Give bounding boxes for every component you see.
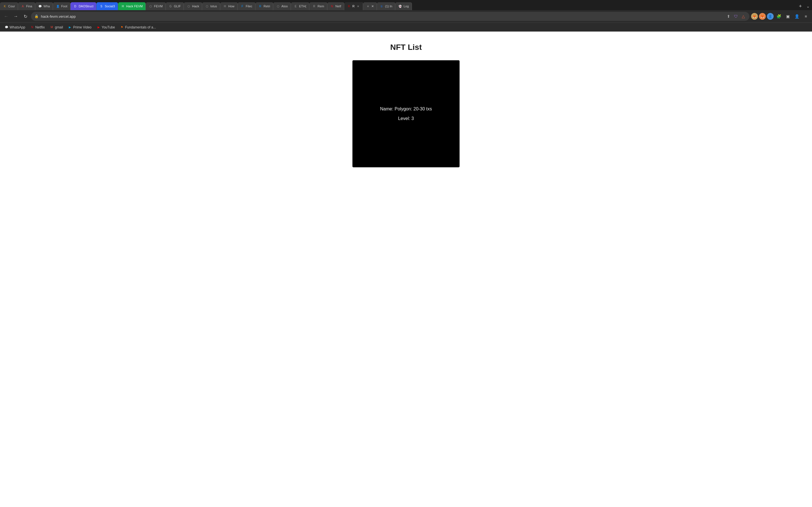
bookmark-favicon: 💬 [4,25,8,29]
sidebar-icon[interactable]: ▣ [784,12,792,20]
tab-favicon-t3: 💬 [38,4,42,8]
tab-t11[interactable]: ⬡lotus [202,2,220,10]
tab-favicon-t11: ⬡ [205,4,209,8]
tab-t7[interactable]: HHack FEVM [118,2,146,10]
tab-t3[interactable]: 💬Wha [35,2,53,10]
tab-label-t21: (1) In [385,4,393,8]
bookmark-netflix[interactable]: NNetflix [28,24,47,31]
tab-favicon-t5: D [73,4,77,8]
user-avatar-2[interactable]: 🦊 [759,13,766,20]
tab-t19[interactable]: RR✕ [344,2,363,10]
share-icon[interactable]: ⬆ [726,13,731,19]
tab-close-t19[interactable]: ✕ [356,4,360,8]
bookmark-label: YouTube [102,25,115,29]
tab-label-t16: ETH( [299,4,306,8]
bookmark-youtube[interactable]: ▶YouTube [94,24,117,31]
tab-t18[interactable]: NNetf [327,2,344,10]
tab-label-t17: Rem [317,4,324,8]
tab-t21[interactable]: ①(1) In [377,2,396,10]
tab-t15[interactable]: ⬡Atoo [273,2,291,10]
shield-icon[interactable]: 🛡 [733,13,739,19]
tab-favicon-t17: R [312,4,316,8]
nft-level: Level: 3 [398,116,414,121]
tab-favicon-t7: H [121,4,125,8]
tab-label-t5: DAOStruct [79,4,94,8]
bookmark-favicon: ▶ [97,25,101,29]
tab-label-t1: Cour [8,4,15,8]
tab-favicon-t12: H [223,4,227,8]
tab-label-t22: Log [403,4,409,8]
tab-favicon-t2: A [21,4,25,8]
tab-favicon-t15: ⬡ [276,4,280,8]
tab-favicon-t21: ① [380,4,384,8]
tab-label-t3: Wha [43,4,50,8]
bookmark-label: Netflix [35,25,45,29]
extension-icon[interactable]: △ [741,13,746,19]
tab-bar: KCourAFina💬Wha👤FootDDAOStructSSocial3HHa… [0,0,812,10]
tab-label-t12: How [229,4,235,8]
page-content: NFT List Name: Polygon: 20-30 txs Level:… [0,32,812,507]
nav-right-actions: 🦊 🦊 👤 🧩 ▣ 👤 ≡ [751,12,810,20]
tab-label-t11: lotus [210,4,217,8]
puzzle-icon[interactable]: 🧩 [775,12,783,20]
bookmarks-bar: 💬WhatsAppNNetflixMgmail▶Prime Video▶YouT… [0,22,812,32]
tab-t10[interactable]: ⬡Hack [184,2,202,10]
bookmark-label: gmail [55,25,63,29]
tab-label-t10: Hack [192,4,199,8]
tab-favicon-t22: 👻 [398,4,402,8]
tab-t8[interactable]: ⬡FEVM [146,2,166,10]
bookmark-fundamentals-of-a...[interactable]: ⚑Fundamentals of a... [118,24,158,31]
page-title: NFT List [390,43,422,52]
reload-button[interactable]: ↻ [21,12,29,20]
tab-favicon-t4: 👤 [56,4,60,8]
tab-favicon-t6: S [99,4,103,8]
tab-label-t20: ✕ [371,4,374,8]
tab-t16[interactable]: EETH( [291,2,310,10]
tab-t6[interactable]: SSocial3 [96,2,118,10]
bookmark-favicon: N [30,25,34,29]
tab-t17[interactable]: RRem [309,2,327,10]
nft-card: Name: Polygon: 20-30 txs Level: 3 [352,60,460,167]
tab-label-t18: Netf [336,4,341,8]
bookmark-whatsapp[interactable]: 💬WhatsApp [2,24,28,31]
tab-label-t14: Retri [264,4,270,8]
tab-favicon-t19: R [347,4,351,8]
address-bar[interactable]: 🔒 hack-fevm.vercel.app ⬆ 🛡 △ [31,12,749,21]
tab-t4[interactable]: 👤Foot [53,2,70,10]
tab-t13[interactable]: FFilec [238,2,255,10]
tab-label-t19: R [352,4,355,8]
tab-t5[interactable]: DDAOStruct [70,2,97,10]
tab-t12[interactable]: HHow [220,2,238,10]
tab-favicon-t16: E [294,4,298,8]
tab-label-t2: Fina [26,4,32,8]
tab-label-t4: Foot [61,4,67,8]
tab-label-t8: FEVM [154,4,163,8]
lock-icon: 🔒 [35,14,39,18]
forward-button[interactable]: → [12,12,20,20]
menu-icon[interactable]: ≡ [802,12,810,20]
tab-t14[interactable]: RRetri [255,2,273,10]
new-tab-button[interactable]: + [797,2,804,10]
tab-t9[interactable]: GGLIF [166,2,184,10]
tab-menu-button[interactable]: ⌄ [804,2,812,10]
user-avatar-3[interactable]: 👤 [767,13,774,20]
back-button[interactable]: ← [2,12,10,20]
nav-bar: ← → ↻ 🔒 hack-fevm.vercel.app ⬆ 🛡 △ 🦊 🦊 👤… [0,10,812,22]
tab-label-t9: GLIF [174,4,181,8]
user-avatar[interactable]: 🦊 [751,13,758,20]
bookmark-prime-video[interactable]: ▶Prime Video [66,24,94,31]
tab-t20[interactable]: ✕✕ [363,2,377,10]
tab-label-t15: Atoo [282,4,288,8]
bookmark-label: Prime Video [73,25,91,29]
bookmark-label: WhatsApp [10,25,25,29]
bookmark-gmail[interactable]: Mgmail [48,24,65,31]
tab-favicon-t9: G [168,4,172,8]
tab-t22[interactable]: 👻Log [395,2,412,10]
tab-label-t13: Filec [246,4,252,8]
tab-t1[interactable]: KCour [0,2,18,10]
profile-icon[interactable]: 👤 [793,12,801,20]
url-display: hack-fevm.vercel.app [41,14,723,18]
bookmark-favicon: ▶ [68,25,72,29]
tab-favicon-t18: N [330,4,334,8]
tab-t2[interactable]: AFina [18,2,35,10]
